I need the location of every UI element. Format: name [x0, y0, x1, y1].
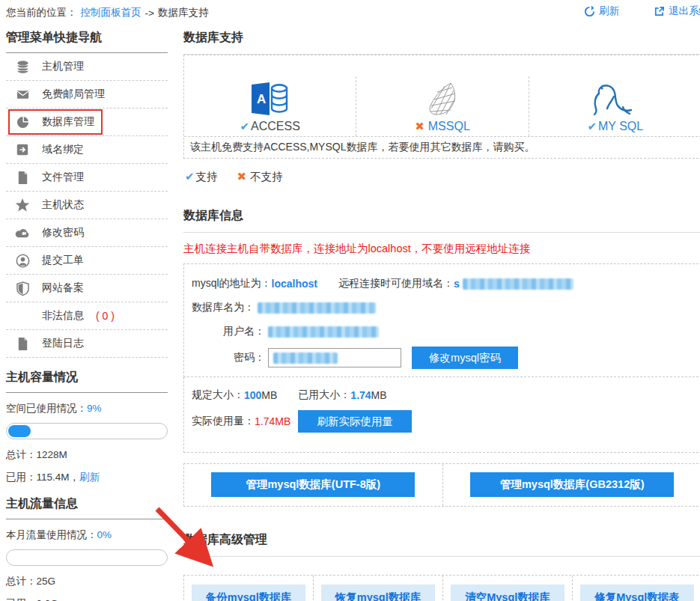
envelope-icon: [15, 87, 30, 102]
database-stack-icon: [15, 59, 30, 74]
masked-remote-domain: [463, 278, 573, 290]
logout-link[interactable]: 退出系统: [654, 4, 700, 18]
sidebar-item-file-manage[interactable]: 文件管理: [6, 164, 168, 192]
masked-password: [273, 353, 338, 364]
sidebar-item-label: 网站备案: [42, 281, 84, 295]
username-row: 用户名：: [192, 323, 694, 341]
database-size-box: 规定大小： 100 MB 已用大小： 1.74 MB 实际使用量： 1.74MB…: [183, 377, 700, 453]
breadcrumb-current: 数据库支持: [158, 6, 209, 19]
check-icon: ✔: [185, 170, 195, 183]
traffic-used: 已用：0.0G: [6, 588, 168, 601]
quota-value: 100: [244, 389, 261, 401]
capacity-used: 已用：115.4M，刷新: [6, 462, 168, 484]
actual-usage-row: 实际使用量： 1.74MB 刷新实际使用量: [192, 410, 694, 433]
capacity-progress-fill: [8, 425, 31, 437]
file-icon: [15, 170, 30, 185]
capacity-title: 主机容量情况: [6, 358, 168, 393]
refresh-icon: [584, 6, 595, 17]
x-icon: ✖: [237, 170, 247, 183]
password-row: 密码： 修改mysql密码: [192, 347, 694, 369]
sidebar-item-host-status[interactable]: 主机状态: [6, 192, 168, 219]
sidebar-item-label: 主机管理: [42, 60, 84, 73]
masked-database-name: [258, 302, 376, 314]
backup-mysql-button[interactable]: 备份mysql数据库: [192, 585, 305, 601]
shield-icon: [15, 281, 30, 296]
unsupported-x-icon: ✖: [415, 120, 424, 132]
refresh-usage-button[interactable]: 刷新实际使用量: [298, 410, 412, 433]
mysql-logo: [589, 82, 642, 116]
sidebar-item-label: 免费邮局管理: [42, 88, 105, 101]
sidebar-item-login-log[interactable]: 登陆日志: [6, 330, 168, 358]
database-support-box: A ✔ACCESS: [183, 55, 700, 159]
cloud-icon: [15, 225, 30, 240]
breadcrumb-separator: ->: [145, 7, 154, 19]
mysql-address-row: mysql的地址为： localhost 远程连接时可使用域名： s: [192, 275, 694, 293]
access-logo: A: [247, 82, 293, 116]
traffic-percent: 0%: [97, 529, 112, 540]
sidebar-item-label: 修改密码: [42, 226, 84, 240]
sidebar-title: 管理菜单快捷导航: [6, 22, 168, 53]
db-name: MY SQL: [598, 120, 643, 132]
info-title: 数据库信息: [183, 201, 700, 233]
sidebar-item-label: 文件管理: [42, 171, 84, 184]
mssql-logo: [421, 82, 464, 116]
sidebar-item-label: 提交工单: [42, 254, 84, 267]
sidebar: 管理菜单快捷导航 主机管理 免费邮局管理 数据库管理 域名绑定 文件管理 主机状…: [6, 22, 168, 601]
manage-mysql-utf8-button[interactable]: 管理mysql数据库(UTF-8版): [211, 472, 415, 497]
repair-mysql-button[interactable]: 修复Mysql数据表: [580, 585, 694, 601]
database-info-box: mysql的地址为： localhost 远程连接时可使用域名： s 数据库名为…: [183, 263, 700, 377]
star-icon: [15, 198, 30, 213]
arrow-right-icon: [15, 142, 30, 157]
breadcrumb: 您当前的位置： 控制面板首页 -> 数据库支持 刷新 退出系统: [0, 0, 700, 22]
capacity-refresh-link[interactable]: 刷新: [79, 472, 100, 483]
traffic-title: 主机流量信息: [6, 484, 168, 519]
advanced-row1: 备份mysql数据库 恢复mysql数据库 清空Mysql数据库 修复Mysql…: [183, 575, 700, 601]
capacity-progress-bar: [6, 423, 168, 439]
sidebar-item-submit-ticket[interactable]: 提交工单: [6, 247, 168, 275]
sidebar-item-label: 域名绑定: [42, 143, 84, 156]
masked-username: [268, 326, 379, 338]
traffic-total: 总计：25G: [6, 566, 168, 588]
support-cell-mssql: ✖MSSQL: [356, 76, 529, 136]
support-note: 该主机免费支持ACCESS,MYSQL数据库，若要使用其它数据库，请购买。: [184, 136, 700, 158]
sidebar-item-database-manage[interactable]: 数据库管理: [6, 109, 168, 136]
sidebar-item-mail-manage[interactable]: 免费邮局管理: [6, 81, 168, 109]
illegal-info-count: ( 0 ): [96, 310, 115, 322]
pie-chart-icon: [15, 115, 30, 129]
restore-mysql-button[interactable]: 恢复mysql数据库: [321, 585, 435, 601]
breadcrumb-home-link[interactable]: 控制面板首页: [81, 6, 141, 19]
actual-usage-value: 1.74MB: [255, 415, 290, 427]
db-name: MSSQL: [428, 120, 470, 132]
refresh-link[interactable]: 刷新: [584, 4, 619, 18]
breadcrumb-prefix: 您当前的位置：: [6, 6, 77, 19]
support-title: 数据库支持: [183, 22, 700, 55]
sidebar-item-label: 主机状态: [42, 198, 84, 212]
used-size-value: 1.74: [350, 389, 371, 401]
mysql-password-input[interactable]: [268, 348, 401, 367]
sidebar-item-website-filing[interactable]: 网站备案: [6, 275, 168, 302]
manage-mysql-gb2312-button[interactable]: 管理mysql数据库(GB2312版): [470, 472, 674, 497]
sidebar-item-label: 数据库管理: [42, 115, 94, 129]
empty-mysql-button[interactable]: 清空Mysql数据库: [451, 585, 564, 601]
manage-gb2312-cell: 管理mysql数据库(GB2312版): [443, 464, 700, 506]
capacity-total: 总计：1228M: [6, 439, 168, 462]
quota-row: 规定大小： 100 MB 已用大小： 1.74 MB: [192, 386, 694, 404]
change-mysql-password-button[interactable]: 修改mysql密码: [412, 347, 518, 369]
support-legend: ✔支持 ✖不支持: [185, 170, 700, 184]
support-cell-mysql: ✔MY SQL: [529, 76, 700, 136]
sidebar-item-host-manage[interactable]: 主机管理: [6, 53, 168, 81]
sidebar-item-domain-bind[interactable]: 域名绑定: [6, 136, 168, 164]
capacity-usage: 空间已使用情况：9%: [6, 393, 168, 415]
main-content: 数据库支持 A ✔ACCESS: [168, 22, 700, 601]
advanced-title: 数据库高级管理: [183, 525, 700, 557]
capacity-percent: 9%: [87, 403, 102, 414]
dbname-row: 数据库名为：: [192, 299, 694, 317]
traffic-usage: 本月流量使用情况：0%: [6, 519, 168, 542]
sidebar-item-change-password[interactable]: 修改密码: [6, 219, 168, 247]
sidebar-item-illegal-info[interactable]: 非法信息 ( 0 ): [6, 302, 168, 330]
supported-check-icon: ✔: [587, 120, 597, 132]
manage-utf8-cell: 管理mysql数据库(UTF-8版): [184, 464, 443, 506]
sidebar-item-label: 登陆日志: [42, 337, 84, 350]
sidebar-item-label: 非法信息: [42, 309, 84, 323]
traffic-progress-bar: [6, 549, 168, 566]
